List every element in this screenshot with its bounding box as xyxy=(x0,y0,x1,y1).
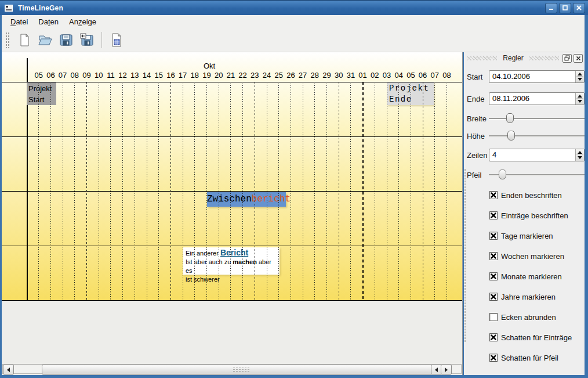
right-arrow-icon xyxy=(445,368,448,372)
start-date-spinbox[interactable]: 04.10.2006 xyxy=(489,70,585,83)
day-tick xyxy=(267,82,267,300)
week-tick xyxy=(170,82,171,300)
close-button[interactable] xyxy=(573,3,585,13)
day-tick xyxy=(99,82,99,300)
day-label: 17 xyxy=(177,71,189,80)
menu-item[interactable]: Daten xyxy=(33,16,64,27)
checkbox-row[interactable]: Jahre markieren xyxy=(464,293,585,301)
checkbox-row[interactable]: Monate markieren xyxy=(464,272,585,280)
day-label: 13 xyxy=(129,71,141,80)
new-document-button[interactable] xyxy=(14,30,35,51)
checkbox-row[interactable]: Wochen markieren xyxy=(464,252,585,260)
hoehe-slider[interactable] xyxy=(489,131,585,141)
spin-arrows[interactable] xyxy=(575,149,584,161)
checkbox-label: Einträge beschriften xyxy=(501,211,568,220)
end-date-spinbox[interactable]: 08.11.2006 xyxy=(489,92,585,105)
day-tick xyxy=(147,82,147,300)
dock-header[interactable]: Regler xyxy=(464,53,585,63)
day-label: 05 xyxy=(32,71,45,80)
minimize-button[interactable] xyxy=(545,3,557,13)
checkbox-row[interactable]: Schatten für Einträge xyxy=(464,333,585,341)
scrollbar-thumb[interactable] xyxy=(42,365,441,375)
day-tick xyxy=(194,82,195,300)
timeline-row-2 xyxy=(2,136,462,191)
spin-arrows[interactable] xyxy=(575,71,584,82)
day-tick xyxy=(63,82,63,300)
horizontal-scrollbar[interactable] xyxy=(2,364,462,374)
day-tick xyxy=(411,82,411,300)
day-tick xyxy=(74,82,75,300)
slider-handle[interactable] xyxy=(499,170,506,179)
report-line-1: Ein anderer Bericht xyxy=(186,249,277,258)
dock-close-button[interactable] xyxy=(574,54,583,63)
dock-header-hatch xyxy=(529,56,559,60)
timeline-grid: Okt Projekt Start Projekt Ende Zwischenb… xyxy=(2,52,462,301)
menu-item[interactable]: Anzeige xyxy=(64,16,101,27)
open-file-button[interactable] xyxy=(35,30,56,51)
checkbox-row[interactable]: Enden beschriften xyxy=(464,191,585,199)
spin-down-icon xyxy=(578,100,582,103)
maximize-button[interactable] xyxy=(559,3,571,13)
scrollbar-grip xyxy=(233,367,250,372)
checkbox-row[interactable]: Schatten für Pfeil xyxy=(464,354,585,362)
check-x-icon xyxy=(491,253,496,259)
week-tick xyxy=(339,82,339,300)
day-label: 05 xyxy=(405,71,417,80)
day-tick xyxy=(242,82,243,300)
day-label: 06 xyxy=(417,71,429,80)
checkbox-checked[interactable] xyxy=(489,211,498,219)
checkbox-row[interactable]: Einträge beschriften xyxy=(464,211,585,219)
checkbox-checked[interactable] xyxy=(489,191,498,199)
report-line-3: ist schwerer xyxy=(186,275,277,284)
day-label: 04 xyxy=(393,71,405,80)
day-label: 02 xyxy=(369,71,381,80)
save-as-button[interactable] xyxy=(77,30,97,51)
day-label: 07 xyxy=(429,71,441,80)
export-image-icon xyxy=(109,33,124,48)
entry-anderer-bericht[interactable]: Ein anderer Bericht Ist aber auch zu mac… xyxy=(183,247,280,275)
scroll-right-button[interactable] xyxy=(441,365,452,375)
day-tick xyxy=(219,82,219,300)
export-image-button[interactable] xyxy=(106,30,127,51)
breite-slider[interactable] xyxy=(489,113,585,124)
checkbox-checked[interactable] xyxy=(489,252,498,260)
checkbox-checked[interactable] xyxy=(489,333,498,341)
day-tick xyxy=(278,82,279,300)
day-tick xyxy=(398,82,399,300)
checkbox-row[interactable]: Ecken abrunden xyxy=(464,313,585,321)
row-line xyxy=(2,300,462,301)
zeilen-spinbox[interactable]: 4 xyxy=(489,149,585,161)
checkbox-unchecked[interactable] xyxy=(489,313,498,321)
month-label: Okt xyxy=(201,62,218,70)
day-label: 31 xyxy=(344,71,357,80)
day-tick xyxy=(183,82,183,300)
checkbox-checked[interactable] xyxy=(489,272,498,280)
day-label: 07 xyxy=(57,71,69,80)
slider-handle[interactable] xyxy=(507,131,515,141)
day-label: 28 xyxy=(308,71,321,80)
day-label: 20 xyxy=(213,71,225,80)
checkbox-checked[interactable] xyxy=(489,232,498,240)
check-x-icon xyxy=(491,213,496,218)
day-tick xyxy=(375,82,375,300)
scroll-left-button[interactable] xyxy=(3,365,14,375)
day-tick xyxy=(135,82,135,300)
dock-float-button[interactable] xyxy=(562,54,572,63)
toolbar-handle[interactable] xyxy=(5,32,9,48)
checkbox-row[interactable]: Tage markieren xyxy=(464,232,585,240)
pfeil-slider[interactable] xyxy=(489,170,585,180)
checkbox-label: Wochen markieren xyxy=(501,252,564,261)
day-tick xyxy=(387,82,387,300)
entry-text: Projekt xyxy=(389,83,434,94)
open-folder-icon xyxy=(37,32,53,48)
menu-item[interactable]: Datei xyxy=(5,16,33,27)
check-x-icon xyxy=(491,273,496,279)
checkbox-checked[interactable] xyxy=(489,293,498,301)
zeilen-label: Zeilen xyxy=(467,151,487,160)
spin-arrows[interactable] xyxy=(575,93,584,105)
day-label: 22 xyxy=(237,71,249,80)
entry-projekt-start[interactable]: Projekt Start xyxy=(27,82,56,105)
save-file-button[interactable] xyxy=(56,30,77,51)
slider-handle[interactable] xyxy=(506,113,514,123)
checkbox-checked[interactable] xyxy=(489,354,498,362)
